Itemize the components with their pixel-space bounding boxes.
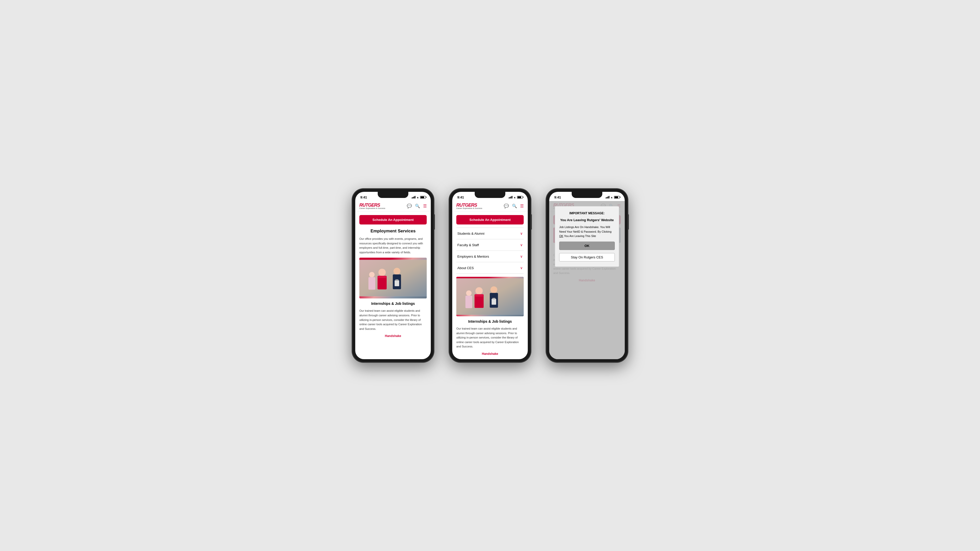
svg-point-16 xyxy=(490,286,497,293)
status-time-3: 9:41 xyxy=(554,195,561,199)
signal-icon-1 xyxy=(412,196,415,198)
screen-content-1: Schedule An Appointment Employment Servi… xyxy=(355,211,431,359)
svg-rect-15 xyxy=(475,294,483,297)
chevron-about: ∨ xyxy=(520,266,523,270)
menu-item-students[interactable]: Students & Alumni ∨ xyxy=(456,227,524,239)
battery-icon-1 xyxy=(420,196,426,199)
phone-1-screen: 9:41 ▲ RUTGERS xyxy=(355,192,431,359)
modal-overlay-3: IMPORTANT MESSAGE: You Are Leaving Rutge… xyxy=(549,201,625,359)
status-icons-2: ▲ xyxy=(509,196,523,199)
menu-item-employers[interactable]: Employers & Mentors ∨ xyxy=(456,251,524,262)
svg-rect-20 xyxy=(492,299,496,305)
logo-1: RUTGERS Career Exploration & Success xyxy=(360,203,385,209)
modal-title-3: IMPORTANT MESSAGE: xyxy=(559,211,615,215)
nav-icons-1: 💬 🔍 ☰ xyxy=(407,203,427,208)
status-bar-1: 9:41 ▲ xyxy=(355,192,431,201)
phone-1: 9:41 ▲ RUTGERS xyxy=(352,189,434,362)
status-bar-2: 9:41 ▲ xyxy=(452,192,528,201)
phone-3-screen: 9:41 ▲ RUTGERS xyxy=(549,192,625,359)
svg-point-5 xyxy=(393,268,401,275)
scene: 9:41 ▲ RUTGERS xyxy=(352,189,628,362)
menu-item-faculty[interactable]: Faculty & Staff ∨ xyxy=(456,239,524,251)
status-time-1: 9:41 xyxy=(360,195,367,199)
svg-rect-8 xyxy=(369,277,375,290)
svg-rect-4 xyxy=(378,276,386,278)
chevron-students: ∨ xyxy=(520,231,523,235)
svg-rect-9 xyxy=(395,280,399,286)
wifi-icon-2: ▲ xyxy=(514,196,516,199)
chevron-faculty: ∨ xyxy=(520,243,523,247)
signal-icon-2 xyxy=(509,196,512,198)
career-image-1 xyxy=(360,258,427,299)
rutgers-subtitle-1: Career Exploration & Success xyxy=(360,207,385,209)
svg-rect-19 xyxy=(466,295,473,308)
menu-item-about[interactable]: About CES ∨ xyxy=(456,262,524,274)
menu-label-students: Students & Alumni xyxy=(457,232,484,235)
svg-point-18 xyxy=(466,290,471,295)
menu-icon-1[interactable]: ☰ xyxy=(423,203,427,208)
section-body-2: Our trained team can assist eligible stu… xyxy=(456,327,524,349)
wifi-icon-1: ▲ xyxy=(417,196,419,199)
search-icon-2[interactable]: 🔍 xyxy=(512,203,517,208)
battery-icon-3 xyxy=(614,196,620,199)
status-bar-3: 9:41 ▲ xyxy=(549,192,625,201)
phone-3: 9:41 ▲ RUTGERS xyxy=(546,189,628,362)
section-body-1: Our trained team can assist eligible stu… xyxy=(360,309,427,331)
modal-subtitle-3: You Are Leaving Rutgers' Website xyxy=(559,218,615,222)
handshake-link-1[interactable]: Handshake xyxy=(360,334,427,338)
logo-2: RUTGERS Career Exploration & Success xyxy=(456,203,482,209)
menu-label-about: About CES xyxy=(457,266,474,270)
nav-bar-1: RUTGERS Career Exploration & Success 💬 🔍… xyxy=(355,201,431,211)
wifi-icon-3: ▲ xyxy=(611,196,613,199)
modal-box-3: IMPORTANT MESSAGE: You Are Leaving Rutge… xyxy=(555,206,619,267)
screen-content-2: Schedule An Appointment Students & Alumn… xyxy=(452,211,528,359)
svg-point-7 xyxy=(369,272,374,277)
signal-icon-3 xyxy=(606,196,609,198)
schedule-button-1[interactable]: Schedule An Appointment xyxy=(360,215,427,224)
rutgers-subtitle-2: Career Exploration & Success xyxy=(456,207,482,209)
chat-icon-1[interactable]: 💬 xyxy=(407,203,412,208)
nav-bar-2: RUTGERS Career Exploration & Success 💬 🔍… xyxy=(452,201,528,211)
career-image-2 xyxy=(456,277,524,316)
main-heading-1: Employment Services xyxy=(360,229,427,233)
menu-label-employers: Employers & Mentors xyxy=(457,254,489,259)
svg-point-13 xyxy=(476,287,483,295)
modal-body-3: Job Listings Are On Handshake. You Will … xyxy=(559,225,615,238)
status-time-2: 9:41 xyxy=(457,195,464,199)
section-heading-1: Internships & Job listings xyxy=(360,302,427,306)
rutgers-logo-2: RUTGERS xyxy=(456,203,482,208)
rutgers-logo-1: RUTGERS xyxy=(360,203,385,208)
phone-2-screen: 9:41 ▲ RUTGERS xyxy=(452,192,528,359)
schedule-button-2[interactable]: Schedule An Appointment xyxy=(456,215,524,224)
menu-label-faculty: Faculty & Staff xyxy=(457,243,479,247)
section-heading-2: Internships & Job listings xyxy=(456,319,524,324)
search-icon-1[interactable]: 🔍 xyxy=(415,203,420,208)
modal-ok-button[interactable]: OK xyxy=(559,241,615,250)
chevron-employers: ∨ xyxy=(520,254,523,259)
menu-list-2: Students & Alumni ∨ Faculty & Staff ∨ Em… xyxy=(456,227,524,274)
battery-icon-2 xyxy=(517,196,523,199)
menu-icon-2[interactable]: ☰ xyxy=(520,203,524,208)
status-icons-1: ▲ xyxy=(412,196,426,199)
main-body-1: Our office provides you with events, pro… xyxy=(360,237,427,254)
modal-stay-button[interactable]: Stay On Rutgers CES xyxy=(559,253,615,262)
phone-2: 9:41 ▲ RUTGERS xyxy=(449,189,531,362)
handshake-link-2[interactable]: Handshake xyxy=(456,352,524,356)
chat-icon-2[interactable]: 💬 xyxy=(504,203,509,208)
status-icons-3: ▲ xyxy=(606,196,620,199)
svg-rect-21 xyxy=(492,298,495,299)
svg-point-2 xyxy=(379,269,386,276)
svg-rect-10 xyxy=(395,279,398,281)
nav-icons-2: 💬 🔍 ☰ xyxy=(504,203,524,208)
